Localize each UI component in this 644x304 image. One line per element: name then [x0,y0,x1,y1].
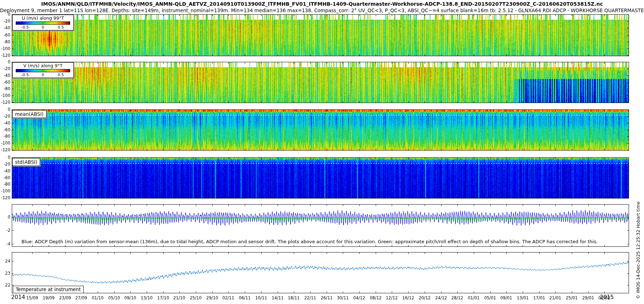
colorbar-v-tick-neg: -0.5 [21,73,29,77]
legend-u-title: U (m/s) along 99°T [13,15,73,21]
figure-title: IMOS/ANMN/QLD/ITFMHB/Velocity/IMOS_ANMN-… [0,1,644,7]
legend-u-velocity: U (m/s) along 99°T -0.5 0 0.5 [12,15,74,30]
mean-absi-title: mean(ABSI) [15,111,44,117]
colorbar-v-tick-zero: 0 [42,73,44,77]
label-std-absi: std(ABSI) [12,158,40,166]
colorbar-u [16,21,70,25]
std-absi-title: std(ABSI) [15,159,37,165]
colorbar-v [16,69,70,72]
depth-variation-caption: Blue: ADCP Depth (m) variation from sens… [21,239,598,244]
label-temperature: Temperature at instrument [13,286,84,293]
figure-subtitle: Deployment 9, member 1 lat=11S lon=128E.… [0,8,644,13]
x-axis-year-end: 2015 [595,294,618,300]
colorbar-u-tick-pos: 0.5 [58,25,64,30]
colorbar-u-tick-zero: 0 [42,25,44,30]
copyright-vertical-text: © IMOS 14-Dec-2025 12:25:32 Hobart time [635,201,641,299]
colorbar-u-tick-neg: -0.5 [21,25,29,30]
colorbar-v-tick-pos: 0.5 [58,73,64,77]
temperature-title: Temperature at instrument [16,286,81,292]
x-axis-year-start: 2014 [11,294,25,300]
label-mean-absi: mean(ABSI) [12,110,47,118]
adcp-figure: IMOS/ANMN/QLD/ITFMHB/Velocity/IMOS_ANMN-… [0,0,644,304]
legend-v-velocity: V (m/s) along 9°T -0.5 0 0.5 [12,62,74,78]
plot-canvas [0,0,644,304]
legend-v-title: V (m/s) along 9°T [13,63,73,68]
